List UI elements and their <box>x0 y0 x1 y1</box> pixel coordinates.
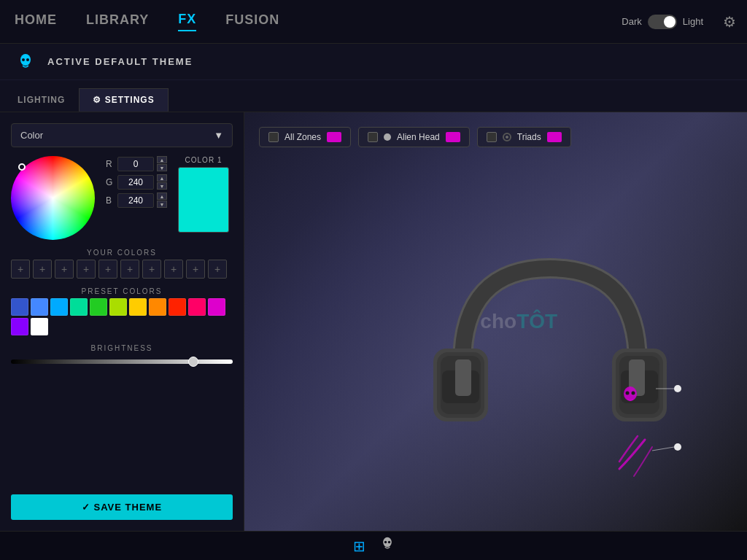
add-color-1[interactable]: + <box>11 260 30 279</box>
color-wheel-container <box>11 156 95 240</box>
save-theme-button[interactable]: ✓ SAVE THEME <box>11 494 233 520</box>
your-colors-label: YOUR COLORS <box>11 249 233 257</box>
g-row: G ▲ ▼ <box>106 174 167 190</box>
r-spin-down[interactable]: ▼ <box>157 164 167 171</box>
color1-label: COLOR 1 <box>185 156 222 164</box>
windows-start-icon[interactable]: ⊞ <box>353 537 365 555</box>
tab-lighting[interactable]: LIGHTING <box>4 88 79 112</box>
r-spinners: ▲ ▼ <box>157 156 167 171</box>
r-input[interactable]: 0 <box>117 157 154 171</box>
rgb-inputs: R 0 ▲ ▼ G ▲ ▼ B <box>106 156 167 208</box>
wheel-selector[interactable] <box>18 163 26 171</box>
color1-preview[interactable] <box>178 167 229 233</box>
triads-checkbox[interactable] <box>487 132 497 142</box>
brightness-section: BRIGHTNESS <box>11 344 233 364</box>
tab-settings[interactable]: ⚙ SETTINGS <box>79 88 168 112</box>
alien-taskbar-icon[interactable] <box>380 537 395 555</box>
add-color-2[interactable]: + <box>33 260 52 279</box>
tab-library[interactable]: LIBRARY <box>86 12 149 31</box>
svg-point-2 <box>26 58 29 61</box>
g-spinners: ▲ ▼ <box>157 174 167 190</box>
top-nav-bar: HOME LIBRARY FX FUSION Dark Light ⚙ <box>0 0 747 44</box>
color-mode-dropdown[interactable]: Color ▼ <box>11 123 233 147</box>
tab-home[interactable]: HOME <box>15 12 57 31</box>
tab-fx[interactable]: FX <box>178 12 196 31</box>
left-panel: Color ▼ R 0 ▲ ▼ G <box>0 112 244 531</box>
preset-swatch-11[interactable] <box>11 318 28 335</box>
preset-colors-label: PRESET COLORS <box>11 287 233 295</box>
chevron-down-icon: ▼ <box>214 130 223 141</box>
triads-label: Triads <box>517 132 541 142</box>
b-spin-down[interactable]: ▼ <box>157 201 167 208</box>
your-colors-swatches: + + + + + + + + + + <box>11 260 233 279</box>
b-label: B <box>106 195 115 206</box>
r-label: R <box>106 159 115 169</box>
alien-head-dot <box>384 133 391 141</box>
preset-swatch-6[interactable] <box>129 298 147 316</box>
brightness-thumb[interactable] <box>188 357 198 367</box>
toggle-knob <box>664 16 676 28</box>
theme-toggle: Dark Light <box>622 15 703 29</box>
alien-logo-icon <box>15 51 36 73</box>
add-color-3[interactable]: + <box>55 260 74 279</box>
color-mode-label: Color <box>20 130 43 141</box>
headphone-svg <box>397 225 703 502</box>
svg-point-21 <box>384 541 386 543</box>
add-color-5[interactable]: + <box>98 260 117 279</box>
preset-swatch-0[interactable] <box>11 298 28 316</box>
dark-label: Dark <box>622 16 641 27</box>
svg-line-19 <box>652 447 674 451</box>
triads-swatch <box>547 132 562 142</box>
svg-point-15 <box>632 392 635 395</box>
tab-fusion[interactable]: FUSION <box>225 12 279 31</box>
all-zones-label: All Zones <box>285 132 321 142</box>
preset-colors-section: PRESET COLORS <box>11 287 233 335</box>
preset-swatch-4[interactable] <box>90 298 107 316</box>
preset-swatch-1[interactable] <box>31 298 48 316</box>
alien-head-checkbox[interactable] <box>368 132 378 142</box>
brightness-slider[interactable] <box>11 359 233 364</box>
b-input[interactable] <box>117 193 154 208</box>
svg-point-1 <box>22 58 25 61</box>
g-spin-up[interactable]: ▲ <box>157 174 167 182</box>
r-spin-up[interactable]: ▲ <box>157 156 167 163</box>
nav-tabs: HOME LIBRARY FX FUSION <box>15 12 279 31</box>
add-color-9[interactable]: + <box>186 260 205 279</box>
zone-triads[interactable]: Triads <box>477 127 571 147</box>
all-zones-checkbox[interactable] <box>268 132 279 142</box>
add-color-6[interactable]: + <box>120 260 139 279</box>
settings-icon[interactable]: ⚙ <box>723 13 736 31</box>
preset-swatch-8[interactable] <box>169 298 186 316</box>
add-color-8[interactable]: + <box>164 260 183 279</box>
headphone-image <box>397 225 703 502</box>
g-label: G <box>106 177 115 187</box>
add-color-10[interactable]: + <box>208 260 227 279</box>
preset-swatch-3[interactable] <box>70 298 88 316</box>
svg-point-14 <box>626 392 630 395</box>
all-zones-swatch <box>327 132 341 142</box>
zone-alien-head[interactable]: Alien Head <box>358 127 470 147</box>
b-spin-up[interactable]: ▲ <box>157 192 167 200</box>
your-colors-section: YOUR COLORS + + + + + + + + + + <box>11 249 233 279</box>
preset-swatches <box>11 298 233 335</box>
alien-head-swatch <box>446 132 460 142</box>
g-input[interactable] <box>117 175 154 190</box>
add-color-7[interactable]: + <box>142 260 161 279</box>
preset-swatch-10[interactable] <box>208 298 225 316</box>
preset-swatch-7[interactable] <box>149 298 166 316</box>
light-label: Light <box>683 16 703 27</box>
zone-all-zones[interactable]: All Zones <box>259 127 351 147</box>
g-spin-down[interactable]: ▼ <box>157 182 167 190</box>
color-wheel[interactable] <box>11 156 95 240</box>
active-theme-label: ACTIVE DEFAULT THEME <box>47 56 193 67</box>
brightness-label: BRIGHTNESS <box>11 344 233 352</box>
theme-toggle-switch[interactable] <box>648 15 677 29</box>
preset-swatch-2[interactable] <box>50 298 68 316</box>
b-spinners: ▲ ▼ <box>157 192 167 208</box>
preset-swatch-9[interactable] <box>188 298 206 316</box>
sub-header: ACTIVE DEFAULT THEME <box>0 44 747 80</box>
main-layout: Color ▼ R 0 ▲ ▼ G <box>0 112 747 531</box>
preset-swatch-5[interactable] <box>109 298 127 316</box>
add-color-4[interactable]: + <box>77 260 96 279</box>
preset-swatch-12[interactable] <box>31 318 48 335</box>
